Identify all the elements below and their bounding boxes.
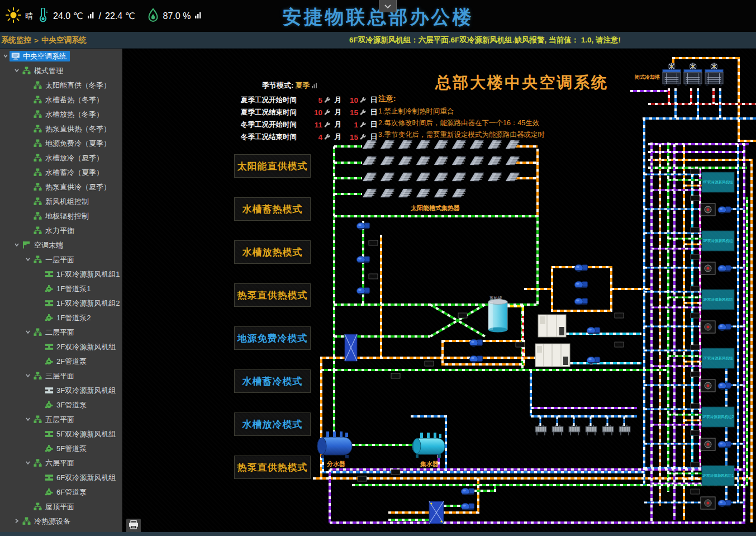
tree-item[interactable]: 2F双冷源新风机组	[0, 339, 122, 354]
tree-item-body[interactable]: 2F管道泵	[43, 356, 90, 367]
tree-item-body[interactable]: 一层平面	[32, 254, 78, 265]
wrench-icon[interactable]	[322, 121, 331, 129]
tree-item-body[interactable]: 水槽放冷（夏季）	[32, 153, 107, 163]
tree-item[interactable]: 太阳能直供（冬季）	[0, 78, 122, 92]
tree-item-body[interactable]: 水槽放热（冬季）	[32, 109, 107, 120]
tree-item-body[interactable]: 空调末端	[21, 240, 66, 250]
mode-button[interactable]: 热泵直供热模式	[234, 456, 311, 479]
schedule-month-value[interactable]: 4	[309, 133, 322, 141]
mode-button[interactable]: 水槽蓄冷模式	[234, 369, 311, 393]
chevron-down-icon[interactable]	[23, 329, 32, 335]
tree-item[interactable]: 地板辐射控制	[0, 208, 122, 223]
tree-item-body[interactable]: 1F管道泵1	[43, 283, 94, 294]
tree-item-body[interactable]: 屋顶平面	[32, 501, 78, 512]
tree-item-body[interactable]: 模式管理	[21, 65, 66, 76]
tree-item-body[interactable]: 冷热源设备	[21, 516, 74, 526]
tree-item[interactable]: 5F管道泵	[0, 441, 122, 456]
tree-item[interactable]: 1F双冷源新风机组1	[0, 267, 122, 281]
schedule-day-value[interactable]: 15	[345, 108, 358, 117]
mode-button[interactable]: 水槽放热模式	[234, 240, 311, 264]
tree-item[interactable]: 3F管道泵	[0, 397, 122, 412]
tree-item[interactable]: 中央空调系统	[0, 49, 122, 63]
tree-item[interactable]: 二层平面	[0, 325, 122, 339]
header-collapse-button[interactable]	[379, 0, 397, 12]
tree-item[interactable]: 水槽放冷（夏季）	[0, 150, 122, 165]
tree-item[interactable]: 6F双冷源新风机组	[0, 470, 122, 485]
chevron-down-icon[interactable]	[12, 242, 21, 248]
chevron-down-icon[interactable]	[12, 68, 21, 73]
tree-item[interactable]: 水槽蓄冷（夏季）	[0, 165, 122, 179]
tree-item[interactable]: 一层平面	[0, 252, 122, 267]
mode-button[interactable]: 水槽放冷模式	[234, 412, 311, 436]
wrench-icon[interactable]	[322, 97, 331, 104]
tree-item[interactable]: 水槽蓄热（冬季）	[0, 92, 122, 107]
tree-item[interactable]: 热泵直供冷（夏季）	[0, 179, 122, 194]
tree-item-body[interactable]: 3F管道泵	[43, 400, 90, 410]
breadcrumb[interactable]: 系统监控 > 中央空调系统	[1, 32, 87, 49]
tree-item-body[interactable]: 水槽蓄冷（夏季）	[32, 167, 107, 178]
wrench-icon[interactable]	[358, 134, 367, 141]
chevron-right-icon[interactable]	[12, 518, 21, 524]
schedule-month-value[interactable]: 11	[309, 121, 322, 129]
tree-item[interactable]: 六层平面	[0, 456, 122, 470]
chevron-down-icon[interactable]	[1, 53, 9, 59]
tree-item-body[interactable]: 新风机组控制	[32, 196, 92, 207]
tree-item[interactable]: 5F双冷源新风机组	[0, 426, 122, 441]
tree-item-body[interactable]: 1F双冷源新风机组1	[43, 269, 122, 279]
mode-button[interactable]: 地源免费冷模式	[234, 326, 311, 350]
tree-item-body[interactable]: 6F双冷源新风机组	[43, 473, 119, 482]
tree-item[interactable]: 水力平衡	[0, 223, 122, 238]
mode-button[interactable]: 水槽蓄热模式	[234, 197, 311, 221]
chevron-down-icon[interactable]	[23, 257, 32, 262]
tree-item[interactable]: 6F管道泵	[0, 485, 122, 499]
tree-item[interactable]: 水槽放热（冬季）	[0, 107, 122, 121]
tree-item-body[interactable]: 5F双冷源新风机组	[43, 429, 119, 439]
tree-item[interactable]: 3F双冷源新风机组	[0, 383, 122, 397]
tree-item[interactable]: 冷热源设备	[0, 514, 122, 528]
wrench-icon[interactable]	[358, 97, 367, 104]
schedule-day-value[interactable]: 1	[345, 121, 358, 129]
wrench-icon[interactable]	[322, 134, 331, 141]
tree-item[interactable]: 屋顶平面	[0, 499, 122, 514]
tree-item-body[interactable]: 水槽蓄热（冬季）	[32, 94, 107, 105]
chevron-down-icon[interactable]	[23, 460, 32, 466]
breadcrumb-path[interactable]: 系统监控	[1, 35, 31, 45]
chevron-down-icon[interactable]	[23, 373, 32, 378]
tree-item[interactable]: 热泵直供热（冬季）	[0, 121, 122, 136]
mode-button[interactable]: 太阳能直供模式	[234, 154, 311, 178]
wrench-icon[interactable]	[358, 109, 367, 116]
tree-item[interactable]: 五层平面	[0, 412, 122, 426]
chevron-down-icon[interactable]	[23, 416, 32, 422]
wrench-icon[interactable]	[358, 121, 367, 129]
tree-item-body[interactable]: 二层平面	[32, 327, 78, 338]
schedule-day-value[interactable]: 15	[345, 133, 358, 141]
tree-item-body[interactable]: 1F双冷源新风机组2	[43, 298, 122, 308]
tree-item-body[interactable]: 1F管道泵2	[43, 312, 94, 323]
schedule-month-value[interactable]: 5	[309, 96, 322, 105]
tree-item[interactable]: 1F管道泵1	[0, 281, 122, 296]
tree-item[interactable]: 1F管道泵2	[0, 310, 122, 325]
tree-item[interactable]: 三层平面	[0, 368, 122, 383]
tree-item[interactable]: 2F管道泵	[0, 354, 122, 368]
tree-item-body[interactable]: 2F双冷源新风机组	[43, 342, 119, 352]
tree-item-body[interactable]: 中央空调系统	[9, 51, 70, 61]
mode-button[interactable]: 热泵直供热模式	[234, 283, 311, 307]
tree-item[interactable]: 模式管理	[0, 63, 122, 78]
schedule-day-value[interactable]: 10	[345, 96, 358, 105]
tree-item-body[interactable]: 水力平衡	[32, 225, 78, 236]
tree-item-body[interactable]: 地源免费冷（夏季）	[32, 138, 114, 149]
wrench-icon[interactable]	[322, 109, 331, 116]
tree-item[interactable]: 新风机组控制	[0, 194, 122, 208]
tree-item-body[interactable]: 5F管道泵	[43, 443, 90, 454]
tree-item-body[interactable]: 五层平面	[32, 414, 78, 425]
tree-item-body[interactable]: 六层平面	[32, 458, 78, 468]
tree-item-body[interactable]: 太阳能直供（冬季）	[32, 80, 114, 91]
tree-item-body[interactable]: 三层平面	[32, 371, 78, 381]
tree-item-body[interactable]: 6F管道泵	[43, 487, 90, 497]
tree-item-body[interactable]: 3F双冷源新风机组	[43, 386, 119, 395]
tree-item-body[interactable]: 热泵直供热（冬季）	[32, 124, 114, 134]
tree-item[interactable]: 地源免费冷（夏季）	[0, 136, 122, 150]
tree-item[interactable]: 1F双冷源新风机组2	[0, 296, 122, 310]
tree-item[interactable]: 空调末端	[0, 238, 122, 252]
print-button[interactable]	[126, 519, 141, 533]
